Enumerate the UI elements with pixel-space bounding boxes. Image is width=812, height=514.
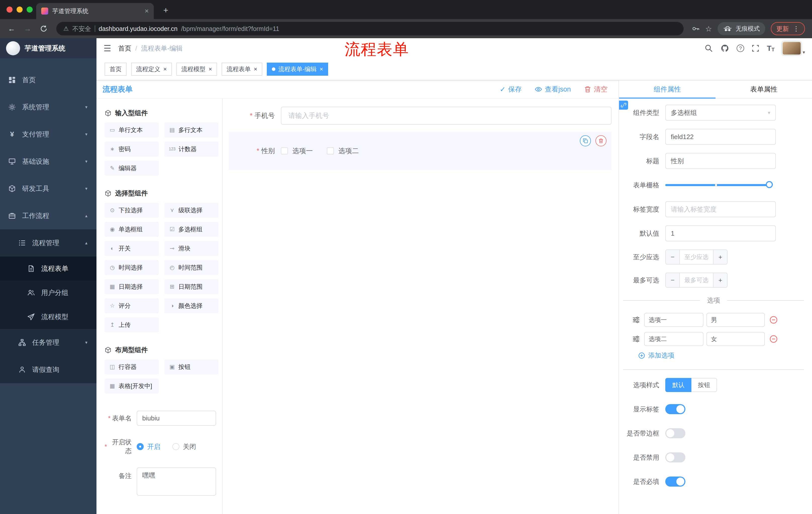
- component-chip[interactable]: ▭单行文本: [105, 123, 159, 138]
- disabled-switch[interactable]: [665, 452, 685, 462]
- option-label-input[interactable]: [644, 313, 703, 327]
- help-icon[interactable]: ?: [736, 45, 744, 52]
- component-chip[interactable]: ☑多选框组: [164, 222, 219, 237]
- status-radio-off[interactable]: 关闭: [172, 442, 196, 451]
- default-value-input[interactable]: [665, 225, 776, 241]
- option-value-input[interactable]: [706, 313, 765, 327]
- font-size-icon[interactable]: TT: [767, 44, 775, 53]
- component-chip[interactable]: ⊙下拉选择: [105, 203, 159, 218]
- gender-option-1[interactable]: 选项一: [281, 146, 313, 155]
- browser-update-button[interactable]: 更新 ⋮: [771, 22, 805, 35]
- view-json-button[interactable]: 查看json: [534, 85, 571, 94]
- component-chip[interactable]: ↥上传: [105, 317, 159, 332]
- show-label-switch[interactable]: [665, 404, 685, 414]
- sidebar-item-payment[interactable]: ¥ 支付管理 ▾: [0, 121, 96, 148]
- component-type-select[interactable]: 多选框组 ▾: [665, 105, 776, 121]
- component-chip[interactable]: 123计数器: [164, 141, 219, 157]
- option-label-input[interactable]: [644, 332, 703, 346]
- remove-option-icon[interactable]: [769, 335, 778, 343]
- border-switch[interactable]: [665, 428, 685, 438]
- window-zoom-button[interactable]: [27, 6, 33, 12]
- hamburger-icon[interactable]: ☰: [104, 43, 111, 53]
- stepper-value[interactable]: 最多可选: [680, 273, 713, 287]
- slider-handle[interactable]: [766, 181, 773, 188]
- tag-process-model[interactable]: 流程模型 ×: [176, 63, 217, 76]
- component-chip[interactable]: ◐开关: [105, 241, 159, 256]
- sidebar-item-process-model[interactable]: 流程模型: [0, 305, 96, 329]
- checkbox-icon[interactable]: [281, 147, 288, 154]
- form-grid-slider[interactable]: [665, 177, 776, 193]
- sidebar-item-process-mgmt[interactable]: 流程管理 ▴: [0, 229, 96, 256]
- required-switch[interactable]: [665, 477, 685, 487]
- component-chip[interactable]: ▦表格[开发中]: [105, 378, 159, 394]
- gender-option-2[interactable]: 选项二: [327, 146, 359, 155]
- component-chip[interactable]: ⊸滑块: [164, 241, 219, 256]
- github-icon[interactable]: [721, 44, 729, 53]
- field-name-input[interactable]: [665, 129, 776, 145]
- component-chip[interactable]: ✎编辑器: [105, 161, 159, 176]
- sidebar-item-process-form[interactable]: 流程表单: [0, 256, 96, 281]
- delete-item-button[interactable]: [596, 135, 607, 146]
- form-name-input[interactable]: [137, 411, 216, 426]
- stepper-decrease-button[interactable]: −: [666, 250, 680, 264]
- sidebar-item-devtools[interactable]: 研发工具 ▾: [0, 175, 96, 202]
- sidebar-item-system[interactable]: 系统管理 ▾: [0, 93, 96, 121]
- tag-close-icon[interactable]: ×: [254, 65, 257, 73]
- security-label[interactable]: 不安全: [72, 25, 91, 33]
- title-input[interactable]: [665, 153, 776, 169]
- tag-close-icon[interactable]: ×: [320, 65, 323, 73]
- save-button[interactable]: ✓ 保存: [500, 85, 522, 94]
- reload-button[interactable]: [37, 22, 50, 35]
- slider-track[interactable]: [665, 184, 769, 186]
- back-button[interactable]: ←: [5, 22, 18, 35]
- forward-button[interactable]: →: [21, 22, 34, 35]
- tab-component-props[interactable]: 组件属性: [619, 80, 716, 98]
- stepper-decrease-button[interactable]: −: [666, 273, 680, 287]
- user-avatar[interactable]: ▾: [782, 42, 805, 55]
- component-chip[interactable]: ◑颜色选择: [164, 298, 219, 313]
- component-chip[interactable]: ◴时间范围: [164, 260, 219, 275]
- component-chip[interactable]: ▦日期选择: [105, 279, 159, 294]
- add-option-button[interactable]: 添加选项: [638, 351, 804, 360]
- browser-tab[interactable]: 芋道管理系统 ×: [36, 3, 154, 19]
- tag-process-definition[interactable]: 流程定义 ×: [131, 63, 172, 76]
- component-chip[interactable]: ▤多行文本: [164, 123, 219, 138]
- component-chip[interactable]: ◷时间选择: [105, 260, 159, 275]
- component-chip[interactable]: ◫行容器: [105, 359, 159, 374]
- fullscreen-icon[interactable]: [752, 45, 759, 52]
- browser-menu-icon[interactable]: ⋮: [793, 25, 800, 33]
- window-minimize-button[interactable]: [17, 6, 23, 12]
- tag-home[interactable]: 首页: [105, 63, 127, 76]
- option-value-input[interactable]: [706, 332, 765, 346]
- canvas-field-phone[interactable]: *手机号: [229, 107, 611, 125]
- component-chip[interactable]: ▣按钮: [164, 359, 219, 374]
- sidebar-item-task-mgmt[interactable]: 任务管理 ▾: [0, 329, 96, 356]
- stepper-increase-button[interactable]: +: [713, 273, 727, 287]
- form-canvas[interactable]: *手机号 *性别 选项一 选项二: [223, 99, 618, 514]
- sidebar-item-leave-query[interactable]: 请假查询: [0, 356, 96, 383]
- sidebar-logo[interactable]: 芋道管理系统: [0, 38, 96, 58]
- window-close-button[interactable]: [6, 6, 12, 12]
- component-chip[interactable]: ⋎级联选择: [164, 203, 219, 218]
- style-default-button[interactable]: 默认: [665, 378, 691, 392]
- status-radio-on[interactable]: 开启: [137, 442, 160, 451]
- checkbox-icon[interactable]: [327, 147, 334, 154]
- clear-button[interactable]: 清空: [584, 85, 608, 94]
- address-bar[interactable]: ⚠ 不安全 dashboard.yudao.iocoder.cn/bpm/man…: [56, 22, 684, 35]
- sidebar-item-workflow[interactable]: 工作流程 ▴: [0, 202, 96, 229]
- sidebar-item-home[interactable]: 首页: [0, 66, 96, 93]
- tag-process-form[interactable]: 流程表单 ×: [222, 63, 262, 76]
- drag-handle-icon[interactable]: [632, 316, 640, 324]
- breadcrumb-home[interactable]: 首页: [118, 44, 131, 53]
- new-tab-button[interactable]: +: [160, 4, 172, 16]
- stepper-value[interactable]: 至少应选: [680, 250, 713, 264]
- stepper-increase-button[interactable]: +: [713, 250, 727, 264]
- tag-close-icon[interactable]: ×: [208, 65, 212, 73]
- search-icon[interactable]: [704, 44, 713, 53]
- remove-option-icon[interactable]: [769, 316, 778, 324]
- tab-close-icon[interactable]: ×: [145, 7, 149, 15]
- sidebar-item-infra[interactable]: 基础设施 ▾: [0, 148, 96, 175]
- component-chip[interactable]: ◉单选框组: [105, 222, 159, 237]
- tab-form-props[interactable]: 表单属性: [716, 80, 812, 98]
- phone-input[interactable]: [281, 107, 611, 125]
